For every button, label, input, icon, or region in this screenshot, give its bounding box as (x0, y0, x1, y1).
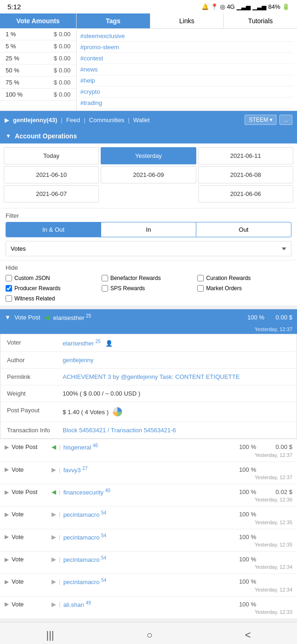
hide-checkbox[interactable] (6, 275, 12, 281)
tx-user[interactable]: ali.shan 49 (63, 600, 236, 608)
votes-dropdown[interactable]: Votes All Transfers Rewards (6, 241, 291, 256)
hide-checkbox[interactable] (102, 275, 108, 281)
tx-user[interactable]: financesecurity 40 (63, 488, 236, 496)
date-2021-06-11[interactable]: 2021-06-11 (198, 147, 293, 164)
vote-post-user[interactable]: elarisesther 25 (53, 313, 91, 321)
date-2021-06-09[interactable]: 2021-06-09 (101, 166, 196, 183)
steem-button[interactable]: STEEM ▾ (245, 115, 277, 125)
more-options-button[interactable]: ... (279, 115, 292, 125)
vote-pct: 25 % (6, 55, 19, 62)
tx-user[interactable]: hisgeneral 46 (63, 443, 236, 451)
vote-row[interactable]: 5 %$ 0.00 (0, 40, 76, 52)
date-row-1: Today Yesterday 2021-06-11 (4, 147, 293, 164)
transaction-entry[interactable]: ▶ Vote ▶ | pecintamacro 54 100 % Yesterd… (0, 529, 297, 551)
transaction-entry[interactable]: ▶ Vote Post ◀ | financesecurity 40 100 %… (0, 484, 297, 506)
filter-tab-in-out[interactable]: In & Out (6, 222, 101, 237)
tag-item[interactable]: #steemexclusive (80, 31, 293, 42)
tx-expand-icon: ▶ (5, 511, 9, 518)
tx-link[interactable]: Block 54563421 / Transaction 54563421-6 (63, 427, 290, 434)
tx-user[interactable]: pecintamacro 54 (63, 578, 236, 585)
vote-row[interactable]: 75 %$ 0.00 (0, 77, 76, 89)
hide-checkbox[interactable] (102, 285, 108, 292)
tag-item[interactable]: #news (80, 64, 293, 75)
transaction-entry[interactable]: ▶ Vote Post ◀ | hisgeneral 46 100 % 0.00… (0, 439, 297, 461)
nav-wallet[interactable]: Wallet (133, 117, 150, 124)
filter-tab-out[interactable]: Out (196, 222, 291, 237)
hide-checkbox-item[interactable]: Producer Rewards (6, 285, 100, 292)
date-2021-06-08[interactable]: 2021-06-08 (198, 166, 293, 183)
date-2021-06-10[interactable]: 2021-06-10 (4, 166, 99, 183)
tag-item[interactable]: #help (80, 75, 293, 86)
tx-pct: 100 % (239, 556, 256, 563)
tx-user[interactable]: pecintamacro 54 (63, 533, 236, 541)
home-button[interactable]: ○ (146, 629, 152, 641)
tag-item[interactable]: #promo-steem (80, 42, 293, 53)
hide-checkbox[interactable] (6, 295, 12, 302)
permlink-link[interactable]: ACHIEVEMENT 3 by @gentlejenny Task: CONT… (63, 373, 290, 380)
tx-separator: | (59, 443, 60, 450)
nav-feed[interactable]: Feed (66, 117, 80, 124)
transaction-entry[interactable]: ▶ Vote ▶ | ali.shan 49 100 % Yesterday, … (0, 596, 297, 618)
transaction-entry[interactable]: ▶ Vote ▶ | pecintamacro 54 100 % Yesterd… (0, 506, 297, 528)
hide-checkbox-item[interactable]: SPS Rewards (102, 285, 196, 292)
forward-button[interactable]: < (245, 629, 251, 641)
voter-link[interactable]: elarisesther 25 (63, 340, 101, 347)
nav-bar: ▶ gentlejenny(43) | Feed | Communities |… (0, 111, 297, 129)
tab-tags[interactable]: Tags (77, 13, 150, 28)
vote-row[interactable]: 100 %$ 0.00 (0, 89, 76, 101)
hide-label: Hide (6, 264, 291, 271)
date-yesterday[interactable]: Yesterday (101, 147, 196, 164)
vote-post-timestamp: Yesterday, 12:37 (0, 325, 297, 334)
transaction-entry[interactable]: ▶ Vote ▶ | pecintamacro 54 100 % Yesterd… (0, 551, 297, 573)
date-today[interactable]: Today (4, 147, 99, 164)
hide-checkbox-item[interactable]: Benefactor Rewards (102, 275, 196, 281)
green-triangle-icon: ◀ (44, 313, 50, 322)
hide-checkbox-item[interactable]: Witness Related (6, 295, 100, 302)
vote-pct: 5 % (6, 43, 16, 50)
hide-checkbox-label: Producer Rewards (14, 285, 60, 292)
tab-links[interactable]: Links (150, 13, 224, 28)
vote-amounts-panel: Vote Amounts 1 %$ 0.005 %$ 0.0025 %$ 0.0… (0, 13, 77, 111)
back-button[interactable]: ||| (46, 629, 54, 641)
tags-panel: Tags Links Tutorials #steemexclusive#pro… (77, 13, 297, 111)
tag-item[interactable]: #contest (80, 53, 293, 64)
date-2021-06-07[interactable]: 2021-06-07 (4, 185, 99, 202)
tx-user[interactable]: pecintamacro 54 (63, 555, 236, 563)
date-2021-06-06[interactable]: 2021-06-06 (198, 185, 293, 202)
hide-checkbox[interactable] (6, 285, 12, 292)
vote-row[interactable]: 50 %$ 0.00 (0, 65, 76, 77)
card-row-author: Author gentlejenny (0, 352, 297, 369)
hide-checkbox-item[interactable]: Market Orders (197, 285, 291, 292)
tx-timestamp: Yesterday, 12:35 (5, 520, 292, 525)
filter-tab-in[interactable]: In (101, 222, 196, 237)
tag-list: #steemexclusive#promo-steem#contest#news… (77, 29, 297, 111)
hide-checkbox-item[interactable]: Curation Rewards (197, 275, 291, 281)
tx-user[interactable]: pecintamacro 54 (63, 510, 236, 518)
hide-checkbox-label: Market Orders (206, 285, 242, 292)
nav-communities[interactable]: Communities (89, 117, 124, 124)
hide-section: Hide Custom JSONBenefactor RewardsCurati… (0, 260, 297, 306)
tx-type: Vote (12, 556, 49, 563)
transaction-entry[interactable]: ▶ Vote ▶ | pecintamacro 54 100 % Yesterd… (0, 573, 297, 596)
nav-username[interactable]: gentlejenny(43) (13, 117, 57, 124)
tag-item[interactable]: #crypto (80, 86, 293, 98)
tx-header: ▶ Vote Post ◀ | hisgeneral 46 100 % 0.00… (5, 443, 292, 451)
vote-row[interactable]: 25 %$ 0.00 (0, 52, 76, 65)
voter-profile-icon[interactable]: 👤 (105, 340, 113, 347)
hide-checkbox[interactable] (197, 285, 204, 292)
tx-pct: 100 % (239, 488, 256, 495)
tx-direction-icon: ▶ (52, 466, 56, 473)
hide-checkbox[interactable] (197, 275, 204, 281)
tag-item[interactable]: #trading (80, 98, 293, 109)
signal-4g-icon: 4G (227, 3, 235, 10)
hide-checkbox-item[interactable]: Custom JSON (6, 275, 100, 281)
transaction-entry[interactable]: ▶ Vote ▶ | favvy3 27 100 % Yesterday, 12… (0, 462, 297, 484)
tx-user[interactable]: favvy3 27 (63, 466, 236, 474)
tab-tutorials[interactable]: Tutorials (224, 13, 297, 28)
vote-post-pct: 100 % (247, 314, 265, 321)
hide-checkbox-label: Witness Related (14, 295, 55, 302)
vote-post-expanded-header[interactable]: ▼ Vote Post ◀ elarisesther 25 100 % 0.00… (0, 309, 297, 325)
filter-section: Filter In & Out In Out Votes All Transfe… (0, 208, 297, 260)
vote-row[interactable]: 1 %$ 0.00 (0, 28, 76, 40)
author-link[interactable]: gentlejenny (63, 357, 290, 364)
